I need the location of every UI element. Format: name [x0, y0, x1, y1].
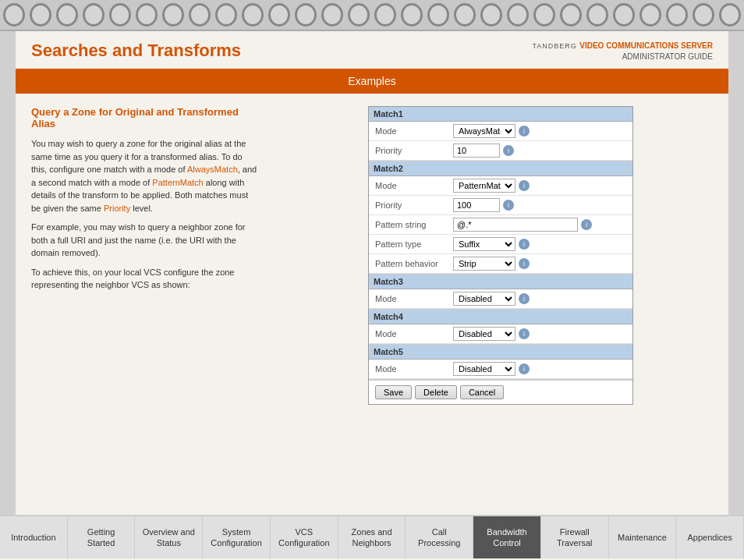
nav-firewall-traversal[interactable]: FirewallTraversal	[541, 516, 609, 558]
paragraph-2: For example, you may wish to query a nei…	[31, 221, 257, 260]
match3-mode-label: Mode	[375, 294, 453, 303]
match5-mode-row: Mode AlwaysMatch PatternMatch Disabled i	[369, 360, 632, 379]
match2-priority-row: Priority i	[369, 196, 632, 215]
match1-priority-value: i	[453, 144, 626, 158]
match4-mode-info-icon[interactable]: i	[519, 328, 530, 339]
match5-mode-label: Mode	[375, 364, 453, 374]
match2-priority-value: i	[453, 198, 626, 212]
match5-mode-value: AlwaysMatch PatternMatch Disabled i	[453, 362, 626, 376]
bottom-nav: Introduction Getting Started Overview an…	[0, 515, 744, 558]
match2-priority-info-icon[interactable]: i	[503, 200, 514, 211]
ring	[533, 3, 555, 27]
page: Searches and Transforms TANDBERG VIDEO C…	[16, 31, 728, 515]
match2-pattern-type-select[interactable]: Suffix Prefix Regex	[453, 237, 515, 251]
match2-mode-info-icon[interactable]: i	[519, 180, 530, 191]
cancel-button[interactable]: Cancel	[460, 385, 504, 399]
ring	[162, 3, 184, 27]
brand-guide: ADMINISTRATOR GUIDE	[532, 51, 713, 62]
ring	[507, 3, 529, 27]
paragraph-3: To achieve this, on your local VCS confi…	[31, 266, 257, 292]
match4-mode-row: Mode AlwaysMatch PatternMatch Disabled i	[369, 324, 632, 344]
page-header: Searches and Transforms TANDBERG VIDEO C…	[16, 31, 728, 69]
delete-button[interactable]: Delete	[415, 385, 457, 399]
match1-mode-select[interactable]: AlwaysMatch PatternMatch Disabled	[453, 124, 515, 138]
match5-section: Match5 Mode AlwaysMatch PatternMatch Dis…	[369, 345, 632, 380]
nav-call-processing[interactable]: CallProcessing	[406, 516, 473, 558]
ring	[268, 3, 290, 27]
match1-header[interactable]: Match1	[369, 107, 632, 122]
ring	[613, 3, 635, 27]
match2-pattern-type-label: Pattern type	[375, 239, 453, 249]
paragraph-1: You may wish to query a zone for the ori…	[31, 137, 257, 214]
match5-mode-select[interactable]: AlwaysMatch PatternMatch Disabled	[453, 362, 515, 376]
section-header: Examples	[16, 69, 728, 94]
ring	[719, 3, 741, 27]
save-button[interactable]: Save	[375, 385, 412, 399]
nav-overview-status[interactable]: Overview and Status	[135, 516, 203, 558]
match2-priority-input[interactable]	[453, 198, 500, 212]
link-priority[interactable]: Priority	[104, 204, 130, 213]
match2-pattern-string-row: Pattern string i	[369, 215, 632, 235]
match1-section: Match1 Mode AlwaysMatch PatternMatch Dis…	[369, 107, 632, 161]
match2-mode-value: AlwaysMatch PatternMatch Disabled i	[453, 179, 626, 193]
match3-mode-select[interactable]: AlwaysMatch PatternMatch Disabled	[453, 292, 515, 306]
ring	[215, 3, 237, 27]
match1-mode-info-icon[interactable]: i	[519, 126, 530, 136]
match2-pattern-behavior-row: Pattern behavior Strip Replace i	[369, 254, 632, 274]
match2-pattern-behavior-label: Pattern behavior	[375, 259, 453, 268]
match2-pattern-type-row: Pattern type Suffix Prefix Regex i	[369, 235, 632, 254]
nav-bandwidth-control-label: BandwidthControl	[487, 526, 526, 549]
page-title: Searches and Transforms	[31, 41, 241, 61]
ring	[560, 3, 582, 27]
match2-mode-select[interactable]: AlwaysMatch PatternMatch Disabled	[453, 179, 515, 193]
match2-pattern-type-info-icon[interactable]: i	[519, 239, 530, 250]
nav-system-config[interactable]: System Configuration	[203, 516, 271, 558]
match1-priority-row: Priority i	[369, 141, 632, 161]
match2-header[interactable]: Match2	[369, 161, 632, 176]
left-panel: Query a Zone for Original and Transforme…	[16, 94, 273, 417]
match2-pattern-behavior-select[interactable]: Strip Replace	[453, 257, 515, 271]
nav-zones-neighbors[interactable]: Zones andNeighbors	[338, 516, 406, 558]
nav-maintenance[interactable]: Maintenance	[609, 516, 677, 558]
ring	[189, 3, 211, 27]
nav-getting-started[interactable]: Getting Started	[68, 516, 136, 558]
nav-vcs-config[interactable]: VCS Configuration	[271, 516, 338, 558]
match2-pattern-string-info-icon[interactable]: i	[581, 219, 592, 230]
match2-priority-label: Priority	[375, 200, 453, 210]
match4-mode-select[interactable]: AlwaysMatch PatternMatch Disabled	[453, 327, 515, 341]
ring	[374, 3, 396, 27]
brand-area: TANDBERG VIDEO COMMUNICATIONS SERVER ADM…	[532, 41, 713, 62]
match2-mode-label: Mode	[375, 181, 453, 190]
match2-pattern-string-input[interactable]	[453, 218, 578, 232]
brand-vcs: VIDEO COMMUNICATIONS SERVER	[579, 41, 713, 50]
match5-header[interactable]: Match5	[369, 345, 632, 360]
nav-call-processing-label: CallProcessing	[418, 526, 460, 549]
ring	[109, 3, 131, 27]
nav-appendices[interactable]: Appendices	[676, 516, 744, 558]
content-area: Query a Zone for Original and Transforme…	[16, 94, 728, 417]
match2-pattern-type-value: Suffix Prefix Regex i	[453, 237, 626, 251]
nav-firewall-traversal-label: FirewallTraversal	[557, 526, 592, 549]
match3-section: Match3 Mode AlwaysMatch PatternMatch Dis…	[369, 275, 632, 310]
match4-section: Match4 Mode AlwaysMatch PatternMatch Dis…	[369, 310, 632, 345]
match2-mode-row: Mode AlwaysMatch PatternMatch Disabled i	[369, 176, 632, 196]
match5-mode-info-icon[interactable]: i	[519, 363, 530, 374]
match1-priority-info-icon[interactable]: i	[503, 145, 514, 156]
match2-pattern-behavior-info-icon[interactable]: i	[519, 258, 530, 269]
match3-header[interactable]: Match3	[369, 275, 632, 289]
match1-priority-input[interactable]	[453, 144, 500, 158]
match4-mode-value: AlwaysMatch PatternMatch Disabled i	[453, 327, 626, 341]
ring	[693, 3, 714, 27]
right-panel: Match1 Mode AlwaysMatch PatternMatch Dis…	[273, 94, 728, 417]
ring	[295, 3, 317, 27]
link-alwaysmatch[interactable]: AlwaysMatch	[187, 165, 238, 174]
nav-bandwidth-control[interactable]: BandwidthControl	[473, 516, 541, 558]
match2-pattern-behavior-value: Strip Replace i	[453, 257, 626, 271]
match3-mode-info-icon[interactable]: i	[519, 293, 530, 304]
link-patternmatch[interactable]: PatternMatch	[152, 178, 203, 187]
match2-pattern-string-label: Pattern string	[375, 220, 453, 229]
match1-mode-label: Mode	[375, 126, 453, 136]
match1-mode-value: AlwaysMatch PatternMatch Disabled i	[453, 124, 626, 138]
nav-introduction[interactable]: Introduction	[0, 516, 68, 558]
match4-header[interactable]: Match4	[369, 310, 632, 324]
